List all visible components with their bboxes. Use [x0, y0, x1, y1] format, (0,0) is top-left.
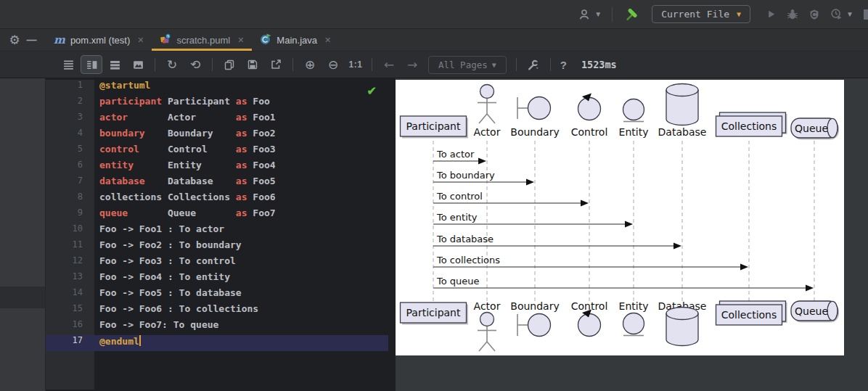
- code-editor[interactable]: 1@startuml2participant Participant as Fo…: [46, 78, 388, 391]
- tab-scratch-puml[interactable]: scratch.puml ✕: [152, 29, 252, 51]
- tab-label: pom.xml (test): [70, 35, 130, 46]
- editor-line[interactable]: 3actor Actor as Foo1: [46, 112, 388, 128]
- line-code: Foo -> Foo7: To queue: [94, 319, 388, 335]
- close-icon[interactable]: ✕: [137, 36, 144, 45]
- editor-line[interactable]: 9queue Queue as Foo7: [46, 207, 388, 223]
- pages-dropdown[interactable]: All Pages ▼: [428, 56, 507, 74]
- profiler-icon[interactable]: [827, 6, 845, 23]
- inspections-ok-icon[interactable]: ✔: [367, 84, 377, 98]
- svg-text:Participant: Participant: [406, 307, 461, 318]
- message-arrow: To boundary: [433, 170, 534, 186]
- line-number: 10: [46, 223, 94, 239]
- svg-text:To queue: To queue: [436, 276, 480, 287]
- tool-window-stripe[interactable]: [0, 78, 46, 391]
- svg-text:Actor: Actor: [474, 300, 501, 312]
- editor-only-icon[interactable]: [57, 55, 79, 74]
- participant-boundary: Boundary: [510, 97, 559, 139]
- zoom-out-icon[interactable]: ⊖: [322, 55, 344, 74]
- svg-text:Boundary: Boundary: [510, 126, 559, 138]
- main-toolbar: ▼ Current File ▼ ▼: [0, 0, 868, 29]
- run-configuration-label: Current File: [661, 9, 729, 20]
- participant-queue: Queue: [791, 118, 839, 140]
- line-code: Foo -> Foo2 : To boundary: [94, 239, 388, 255]
- chevron-down-icon[interactable]: ▼: [594, 10, 602, 18]
- editor-line[interactable]: 16Foo -> Foo7: To queue: [46, 319, 388, 335]
- toolbar-separator: [155, 58, 155, 71]
- editor-line[interactable]: 17@enduml: [46, 335, 388, 351]
- editor-line[interactable]: 13Foo -> Foo4 : To entity: [46, 271, 388, 287]
- participant-database: Database: [658, 300, 707, 346]
- preview-only-icon[interactable]: [127, 55, 149, 74]
- preview-rows-icon[interactable]: [104, 55, 126, 74]
- participant-queue: Queue: [791, 301, 839, 323]
- editor-line[interactable]: 7database Database as Foo5: [46, 176, 388, 192]
- close-icon[interactable]: ✕: [237, 36, 244, 45]
- clipped-icon: [864, 9, 868, 20]
- run-configuration-dropdown[interactable]: Current File ▼: [652, 5, 750, 23]
- editor-line[interactable]: 11Foo -> Foo2 : To boundary: [46, 239, 388, 255]
- line-number: 2: [46, 96, 94, 112]
- zoom-reset-button[interactable]: 1:1: [345, 59, 367, 70]
- toolbar-separator: [372, 58, 372, 71]
- editor-line[interactable]: 5control Control as Foo3: [46, 144, 388, 160]
- editor-line[interactable]: 15Foo -> Foo6 : To collections: [46, 303, 388, 319]
- editor-line[interactable]: 10Foo -> Foo1 : To actor: [46, 223, 388, 239]
- save-diagram-icon[interactable]: [242, 55, 263, 74]
- main-area: 1@startuml2participant Participant as Fo…: [0, 78, 868, 391]
- message-arrow: To entity: [433, 212, 633, 228]
- svg-text:To boundary: To boundary: [436, 170, 495, 181]
- diagram-canvas[interactable]: To actorTo boundaryTo controlTo entityTo…: [396, 80, 844, 355]
- tab-label: Main.java: [277, 35, 317, 46]
- svg-text:Entity: Entity: [619, 126, 649, 138]
- line-number: 15: [46, 303, 94, 319]
- line-code: actor Actor as Foo1: [94, 112, 388, 128]
- toolbar-separator: [550, 58, 551, 71]
- build-hammer-icon[interactable]: [623, 6, 640, 23]
- tab-label: scratch.puml: [176, 35, 230, 46]
- svg-text:Participant: Participant: [406, 120, 461, 132]
- chevron-down-icon[interactable]: ▼: [846, 10, 853, 18]
- line-code: control Control as Foo3: [94, 144, 388, 160]
- participant-participant: Participant: [401, 302, 469, 325]
- message-arrow: To control: [433, 191, 589, 207]
- editor-line[interactable]: 1@startuml: [46, 80, 388, 96]
- settings-wrench-icon[interactable]: [523, 55, 544, 74]
- close-icon[interactable]: ✕: [324, 36, 331, 45]
- svg-text:To database: To database: [436, 234, 494, 244]
- gutter-fill: [46, 351, 388, 390]
- ide-window: { "topbar": { "current_file_label": "Cur…: [0, 0, 868, 391]
- line-code: Foo -> Foo4 : To entity: [94, 271, 388, 287]
- coverage-icon[interactable]: [806, 6, 823, 23]
- reload-now-icon[interactable]: ⟲: [184, 55, 206, 74]
- editor-preview-split-icon[interactable]: [81, 55, 102, 74]
- message-arrow: To database: [433, 234, 681, 250]
- debug-icon[interactable]: [784, 6, 801, 23]
- line-code: participant Participant as Foo: [94, 96, 388, 112]
- next-page-icon[interactable]: →: [401, 55, 423, 74]
- help-icon[interactable]: ?: [560, 59, 567, 71]
- editor-line[interactable]: 4boundary Boundary as Foo2: [46, 128, 388, 144]
- stripe-band: [0, 287, 45, 308]
- editor-line[interactable]: 6entity Entity as Foo4: [46, 160, 388, 176]
- svg-text:Control: Control: [571, 126, 608, 138]
- line-number: 14: [46, 287, 94, 303]
- hide-bars-icon[interactable]: —: [27, 34, 37, 46]
- line-code: @enduml: [94, 335, 388, 351]
- line-number: 17: [46, 335, 94, 351]
- gear-icon[interactable]: ⚙: [9, 34, 20, 46]
- editor-preview-splitter[interactable]: [388, 78, 396, 391]
- editor-line[interactable]: 14Foo -> Foo5 : To database: [46, 287, 388, 303]
- editor-line[interactable]: 8collections Collections as Foo6: [46, 192, 388, 207]
- run-icon[interactable]: [762, 6, 779, 23]
- prev-page-icon[interactable]: ←: [378, 55, 400, 74]
- tab-pom-xml[interactable]: m pom.xml (test) ✕: [46, 29, 152, 51]
- copy-diagram-icon[interactable]: [218, 55, 240, 74]
- editor-line[interactable]: 2participant Participant as Foo: [46, 96, 388, 112]
- tab-main-java[interactable]: Main.java ✕: [252, 29, 339, 51]
- line-code: @startuml: [94, 80, 388, 96]
- user-icon[interactable]: [576, 6, 593, 23]
- export-icon[interactable]: [265, 55, 287, 74]
- editor-line[interactable]: 12Foo -> Foo3 : To control: [46, 255, 388, 271]
- zoom-in-icon[interactable]: ⊕: [299, 55, 321, 74]
- refresh-icon[interactable]: ↻: [161, 55, 183, 74]
